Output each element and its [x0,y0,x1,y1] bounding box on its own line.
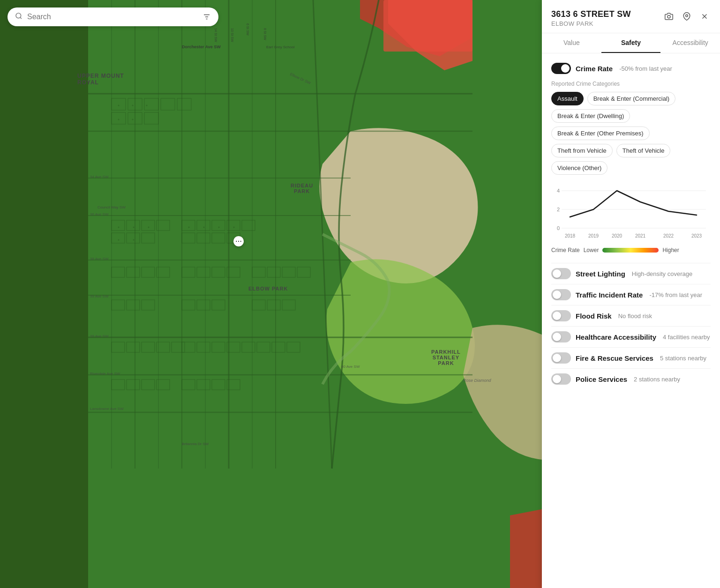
toggle-healthcare-accessibility[interactable] [551,331,571,342]
panel-content: Crime Rate -50% from last year Reported … [542,53,720,399]
svg-point-94 [132,119,134,120]
filter-icon[interactable] [202,13,211,21]
svg-text:39 Ave SW: 39 Ave SW [90,334,109,338]
svg-text:4: 4 [557,188,560,194]
crime-tag-assault[interactable]: Assault [551,92,584,105]
svg-text:14 St SW: 14 St SW [214,28,218,42]
address-block: 3613 6 STREET SW ELBOW PARK [551,9,663,27]
metric-label-flood-risk: Flood Risk [576,312,612,320]
metric-sub-police-services: 2 stations nearby [634,376,680,383]
metric-row-traffic-incident-rate: Traffic Incident Rate-17% from last year [551,284,711,305]
metric-label-healthcare-accessibility: Healthcare Accessibility [576,333,656,341]
crime-tag-break-enter-dwelling[interactable]: Break & Enter (Dwelling) [551,109,630,123]
metric-label-traffic-incident-rate: Traffic Incident Rate [576,291,643,299]
location-button[interactable] [681,10,693,22]
map-marker[interactable]: ⋯ [233,236,244,246]
toggle-street-lighting[interactable] [551,268,571,279]
svg-text:10 St SW: 10 St SW [231,28,234,42]
toggle-police-services[interactable] [551,373,571,385]
crime-rate-label: Crime Rate [576,65,613,73]
tab-accessibility[interactable]: Accessibility [660,33,720,53]
search-input[interactable] [27,13,198,21]
svg-point-91 [132,105,134,106]
crime-tag-theft-of-vehicle[interactable]: Theft of Vehicle [616,144,671,157]
crime-tag-break-enter-commercial[interactable]: Break & Enter (Commercial) [587,92,676,105]
crime-tag-break-enter-other[interactable]: Break & Enter (Other Premises) [551,127,650,140]
svg-point-128 [686,15,688,17]
svg-point-100 [188,227,190,228]
svg-text:2023: 2023 [691,233,702,238]
toggle-flood-risk[interactable] [551,310,571,321]
svg-text:0: 0 [557,225,560,231]
svg-text:8 St SW: 8 St SW [263,28,267,40]
crime-legend: Crime Rate Lower Higher [551,247,711,253]
metric-label-police-services: Police Services [576,375,627,383]
svg-point-92 [146,105,148,106]
svg-text:Rose Diamond: Rose Diamond [463,378,492,383]
metric-row-fire-rescue: Fire & Rescue Services5 stations nearby [551,347,711,368]
metric-rows: Street LightingHigh-density coverageTraf… [551,263,711,389]
address-street: 3613 6 STREET SW [551,9,663,19]
tab-safety[interactable]: Safety [601,33,661,53]
svg-text:34 Ave SW: 34 Ave SW [90,175,109,179]
search-bar [8,7,218,26]
svg-rect-3 [383,0,472,52]
address-neighborhood: ELBOW PARK [551,20,663,27]
svg-point-90 [118,105,120,106]
svg-text:Lansdowne Ave SW: Lansdowne Ave SW [90,407,124,411]
svg-point-95 [118,227,120,228]
crime-rate-change: -50% from last year [619,65,672,72]
camera-button[interactable] [663,10,675,22]
metric-sub-fire-rescue: 5 stations nearby [660,355,706,362]
crime-rate-toggle[interactable] [551,63,571,74]
svg-text:Dorchester Ave SW: Dorchester Ave SW [182,45,221,49]
legend-lower-label: Lower [584,247,599,253]
svg-text:38 Ave SW: 38 Ave SW [90,257,109,261]
search-icon [15,12,22,22]
svg-point-101 [203,227,205,228]
crime-tags: AssaultBreak & Enter (Commercial)Break &… [551,92,711,175]
property-panel: 3613 6 STREET SW ELBOW PARK [542,0,720,588]
svg-text:2: 2 [557,207,560,212]
metric-label-fire-rescue: Fire & Rescue Services [576,354,653,362]
svg-point-93 [118,119,120,120]
metric-row-flood-risk: Flood RiskNo flood risk [551,305,711,326]
metric-sub-traffic-incident-rate: -17% from last year [649,291,702,298]
metric-label-street-lighting: Street Lighting [576,270,625,278]
svg-point-98 [118,239,120,241]
svg-point-102 [218,227,220,228]
svg-text:Earl Grey School: Earl Grey School [266,45,295,49]
svg-point-97 [148,227,150,228]
tabs-container: Value Safety Accessibility [542,33,720,53]
tab-value[interactable]: Value [542,33,601,53]
metric-row-street-lighting: Street LightingHigh-density coverage [551,263,711,284]
svg-text:2019: 2019 [588,233,599,238]
svg-point-127 [668,15,670,18]
close-button[interactable] [698,10,711,22]
panel-actions [663,10,711,22]
svg-text:39 Ave SW: 39 Ave SW [90,294,109,298]
metric-row-police-services: Police Services2 stations nearby [551,368,711,389]
svg-point-96 [133,227,135,228]
svg-text:2021: 2021 [635,233,646,238]
svg-line-123 [20,17,22,19]
toggle-traffic-incident-rate[interactable] [551,289,571,300]
svg-text:6 St SW: 6 St SW [246,23,249,36]
svg-text:2020: 2020 [612,233,622,238]
svg-text:2022: 2022 [663,233,674,238]
svg-text:Riverdale Ave SW: Riverdale Ave SW [90,372,120,376]
crime-tag-violence-other[interactable]: Violence (Other) [551,161,608,175]
panel-header: 3613 6 STREET SW ELBOW PARK [542,0,720,33]
legend-gradient [602,248,659,253]
metric-sub-healthcare-accessibility: 4 facilities nearby [663,334,710,341]
svg-point-122 [16,13,21,18]
svg-point-99 [133,239,135,241]
svg-text:2018: 2018 [565,233,576,238]
crime-tag-theft-from-vehicle[interactable]: Theft from Vehicle [551,144,613,157]
svg-text:Council Way SW: Council Way SW [98,205,126,209]
metric-row-healthcare-accessibility: Healthcare Accessibility4 facilities nea… [551,326,711,347]
legend-higher-label: Higher [662,247,679,253]
toggle-fire-rescue[interactable] [551,352,571,364]
svg-text:40 Ave SW: 40 Ave SW [341,365,360,369]
legend-crime-rate-label: Crime Rate [551,247,580,253]
